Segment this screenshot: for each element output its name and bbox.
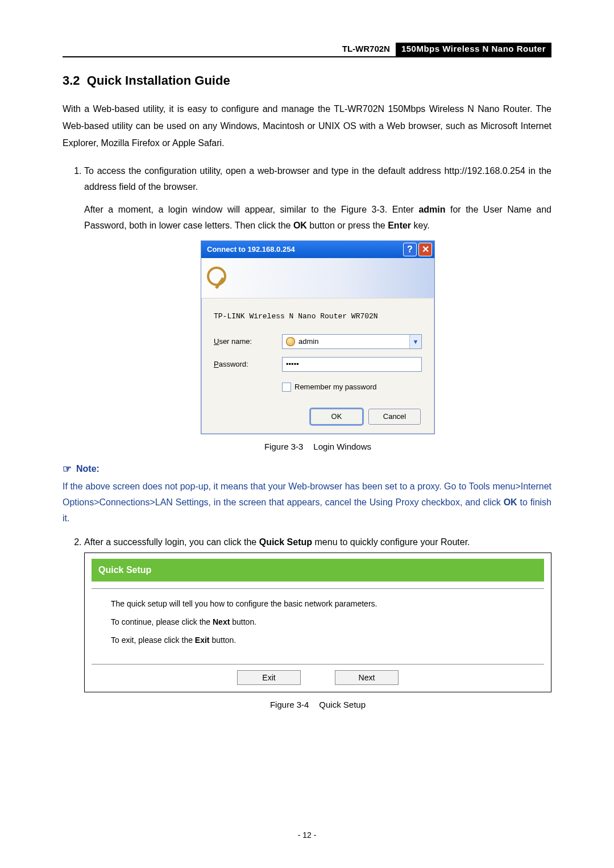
auth-realm: TP-LINK Wireless N Nano Router WR702N	[214, 309, 422, 325]
user-icon	[286, 337, 295, 346]
header-model: TL-WR702N	[337, 43, 396, 56]
step-2: After a successfully login, you can clic…	[84, 534, 551, 713]
figure-3-3-caption: Figure 3-3Login Windows	[84, 439, 551, 455]
note-body: If the above screen does not pop-up, it …	[63, 479, 551, 526]
step-1: To access the configuration utility, ope…	[84, 163, 551, 455]
close-icon[interactable]: ✕	[418, 243, 432, 256]
dialog-title-text: Connect to 192.168.0.254	[207, 242, 295, 258]
next-button[interactable]: Next	[335, 670, 399, 685]
page-number: - 12 -	[0, 830, 614, 840]
doc-header: TL-WR702N 150Mbps Wireless N Nano Router	[63, 43, 551, 57]
step1-line2: After a moment, a login window will appe…	[84, 202, 551, 234]
quick-setup-title: Quick Setup	[92, 559, 544, 582]
intro-paragraph: With a Web-based utility, it is easy to …	[63, 101, 551, 152]
section-number: 3.2	[63, 73, 80, 88]
quick-setup-panel: Quick Setup The quick setup will tell yo…	[84, 553, 551, 692]
password-label: Password:	[214, 356, 282, 372]
username-value: admin	[298, 334, 409, 350]
step1-line1: To access the configuration utility, ope…	[84, 163, 551, 195]
pointing-hand-icon: ☞	[63, 463, 72, 475]
cancel-button[interactable]: Cancel	[368, 409, 421, 425]
section-heading: 3.2 Quick Installation Guide	[63, 73, 551, 88]
ok-button[interactable]: OK	[310, 409, 363, 425]
qs-line2: To continue, please click the Next butto…	[111, 615, 525, 629]
header-product: 150Mbps Wireless N Nano Router	[396, 43, 551, 56]
remember-checkbox[interactable]	[282, 383, 291, 392]
login-dialog: Connect to 192.168.0.254 ? ✕ TP-LINK Wir…	[201, 240, 435, 434]
note-heading: ☞ Note:	[63, 463, 551, 475]
qs-line3: To exit, please click the Exit button.	[111, 633, 525, 647]
remember-label: Remember my password	[294, 379, 377, 395]
dialog-banner	[201, 258, 434, 298]
password-value: •••••	[286, 356, 421, 372]
note-label: Note:	[76, 464, 99, 474]
figure-3-4-caption: Figure 3-4Quick Setup	[84, 697, 551, 713]
dropdown-arrow-icon[interactable]: ▼	[409, 335, 421, 348]
exit-button[interactable]: Exit	[237, 670, 301, 685]
remember-password-row: Remember my password	[282, 379, 422, 395]
username-label: User name:	[214, 334, 282, 350]
username-input[interactable]: admin ▼	[282, 334, 422, 349]
password-input[interactable]: •••••	[282, 357, 422, 372]
qs-line1: The quick setup will tell you how to con…	[111, 597, 525, 610]
section-title: Quick Installation Guide	[87, 73, 230, 88]
help-icon[interactable]: ?	[403, 243, 417, 256]
keys-icon	[207, 267, 230, 289]
dialog-titlebar: Connect to 192.168.0.254 ? ✕	[201, 241, 434, 258]
